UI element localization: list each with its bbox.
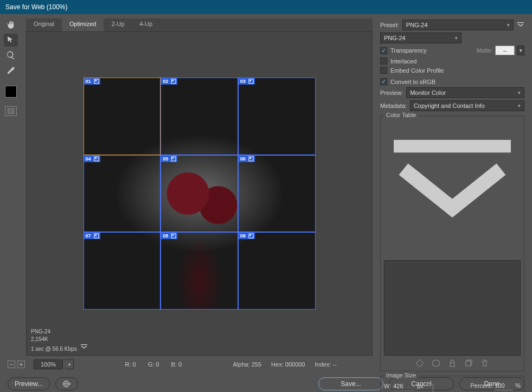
lock-color-icon[interactable] [448,359,457,368]
delete-color-icon[interactable] [480,359,489,368]
matte-label: Matte: [476,47,493,54]
canvas-info: PNG-24 2,154K 1 sec @ 56.6 Kbps [31,328,88,353]
matte-dropdown[interactable]: ▾ [517,46,524,55]
svg-rect-17 [249,235,251,236]
percent-label: Percent: [470,382,492,389]
svg-rect-21 [450,363,454,367]
new-color-icon[interactable] [464,359,473,368]
status-index: Index: -- [315,361,337,368]
interlaced-checkbox[interactable] [380,57,387,65]
slice-number: 02 [161,78,170,85]
map-transparent-icon[interactable] [432,359,440,368]
svg-rect-13 [95,235,97,236]
tab-2up[interactable]: 2-Up [104,18,132,31]
snap-web-icon[interactable] [415,359,424,368]
right-panel: Preset: PNG-24▾ PNG-24▾ Transparency Mat… [377,14,532,356]
canvas[interactable]: 010203040506070809 [84,78,316,310]
view-tabs: Original Optimized 2-Up 4-Up [26,18,373,31]
slice-type-icon [170,78,177,85]
toggle-slices-visibility[interactable] [5,106,17,116]
zoom-dropdown[interactable]: ▾ [65,359,74,369]
eyedropper-tool[interactable] [4,64,18,77]
transparency-checkbox[interactable] [380,47,387,54]
color-table[interactable] [384,260,521,356]
titlebar: Save for Web (100%) [0,0,532,14]
info-flyout-icon[interactable] [80,343,88,351]
slice-select-tool[interactable] [4,34,18,47]
image-size-legend: Image Size [384,372,418,378]
info-time: 1 sec @ 56.6 Kbps [31,346,77,352]
slice-number: 04 [84,156,93,162]
slice-type-icon [247,78,255,85]
preview-button[interactable]: Preview... [8,377,50,390]
format-select[interactable]: PNG-24▾ [380,33,462,43]
slice-type-icon [170,233,177,239]
slice-01[interactable]: 01 [84,78,161,155]
center-panel: Original Optimized 2-Up 4-Up 01020304050… [22,14,377,356]
color-table-flyout-icon[interactable] [384,252,521,258]
image-size-group: Image Size W: px H: px [380,376,524,392]
slice-04[interactable]: 04 [84,155,161,233]
width-label: W: [384,383,391,389]
svg-rect-18 [81,344,87,345]
svg-rect-15 [172,235,174,236]
slice-03[interactable]: 03 [238,78,316,155]
save-button[interactable]: Save... [318,377,383,390]
slice-09[interactable]: 09 [238,232,316,310]
svg-rect-19 [517,22,524,23]
tab-4up[interactable]: 4-Up [132,18,160,31]
preset-flyout-icon[interactable] [517,21,524,29]
slice-02[interactable]: 02 [161,78,238,155]
slice-05[interactable]: 05 [161,155,238,233]
width-input[interactable] [393,381,415,391]
zoom-tool[interactable] [4,49,18,62]
transparency-label: Transparency [390,47,427,54]
zoom-value[interactable]: 100% [34,359,63,369]
width-unit: px [417,383,424,389]
slice-type-icon [247,233,255,239]
convert-srgb-checkbox[interactable] [380,78,387,85]
slice-number: 07 [84,233,93,239]
status-alpha: Alpha: 255 [233,361,262,368]
browser-preview-button[interactable] [55,377,78,390]
svg-rect-1 [95,80,97,82]
color-table-group: Color Table [380,115,524,371]
svg-rect-9 [172,157,174,159]
percent-unit: % [515,382,521,389]
slice-number: 06 [239,156,247,162]
svg-rect-5 [249,80,251,82]
metadata-select[interactable]: Copyright and Contact Info▾ [410,100,524,111]
eyedropper-color-swatch[interactable] [5,86,17,98]
svg-rect-11 [249,157,251,159]
slice-type-icon [247,156,255,162]
status-r: R: 0 [125,361,136,368]
metadata-label: Metadata: [380,102,407,109]
percent-input[interactable] [495,381,513,390]
info-size: 2,154K [31,336,88,343]
zoom-in-button[interactable]: + [17,361,25,368]
embed-profile-checkbox[interactable] [380,67,387,74]
slice-type-icon [93,233,100,239]
svg-rect-3 [172,80,174,82]
slice-06[interactable]: 06 [238,155,316,233]
slice-07[interactable]: 07 [84,232,161,310]
zoom-out-button[interactable]: − [8,361,15,368]
interlaced-label: Interlaced [390,58,416,65]
status-hex: Hex: 000000 [271,361,305,368]
slice-type-icon [170,156,177,162]
tab-optimized[interactable]: Optimized [62,18,104,31]
svg-rect-22 [466,361,471,366]
canvas-area[interactable]: 010203040506070809 PNG-24 2,154K 1 sec @… [26,31,373,356]
slice-08[interactable]: 08 [161,232,238,310]
preset-label: Preset: [380,22,399,28]
slice-number: 01 [84,78,93,85]
matte-swatch[interactable]: -- [495,46,515,55]
constrain-link-icon[interactable] [427,384,433,392]
preview-label: Preview: [380,89,403,96]
tab-original[interactable]: Original [26,18,62,31]
hand-tool[interactable] [4,18,18,31]
preview-select[interactable]: Monitor Color▾ [406,87,524,98]
svg-rect-20 [394,140,511,152]
preset-select[interactable]: PNG-24▾ [402,20,514,30]
embed-profile-label: Embed Color Profile [390,67,444,74]
